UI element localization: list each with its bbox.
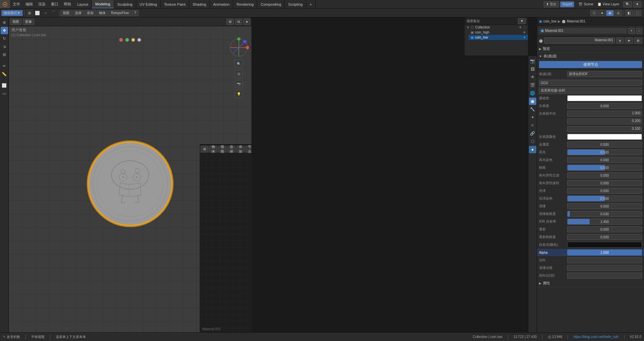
props-constraints-icon[interactable]: 🔗 — [529, 130, 536, 137]
outliner-coin-high[interactable]: ▣ coin_high 👁 — [469, 30, 528, 35]
import-button[interactable]: Import — [560, 1, 574, 7]
sheen-slider[interactable]: 0.000 — [567, 188, 642, 194]
perspective-btn[interactable]: ⊡ — [235, 70, 243, 78]
tab-animation[interactable]: Animation — [210, 0, 233, 8]
spec-tint-slider[interactable]: 0.000 — [567, 157, 642, 163]
cc-rough-slider[interactable]: 0.030 — [567, 211, 642, 217]
gizmo-btn[interactable]: ⊞ — [226, 19, 234, 25]
cc-normal-dropdown[interactable] — [567, 265, 642, 271]
node-view-menu[interactable]: 视图 — [218, 146, 226, 152]
sheen-tint-slider[interactable]: 0.500 — [567, 195, 642, 202]
node-select-menu[interactable]: 选择 — [227, 146, 235, 152]
props-object-icon[interactable]: ▣ — [529, 98, 536, 105]
export-button[interactable]: ⬆ 导出 — [544, 1, 559, 7]
rotate-btn[interactable]: ↻ — [1, 35, 8, 42]
outliner-collection[interactable]: ▼ ⬡ Collection 👁 ⬚ — [465, 25, 528, 30]
blender-logo[interactable] — [0, 0, 10, 8]
mat-remove-btn[interactable]: - — [636, 28, 642, 34]
alpha-slider[interactable]: 1.000 — [567, 249, 642, 255]
retopo-help[interactable]: ? — [132, 10, 139, 16]
cursor-btn[interactable]: ⊕ — [1, 19, 8, 26]
viewport-shading-solid[interactable]: ● — [599, 10, 605, 16]
sub-radius-2[interactable]: 0.200 — [567, 118, 642, 124]
tab-sculpting[interactable]: Sculpting — [114, 0, 136, 8]
viewport-view-menu[interactable]: 视图 — [10, 19, 21, 25]
measure-btn[interactable]: 📏 — [1, 70, 8, 78]
camera-view-btn[interactable]: 📷 — [235, 80, 243, 88]
mat-unlink-btn[interactable]: ✕ — [616, 38, 624, 44]
scale-btn[interactable]: ⇲ — [1, 43, 8, 50]
zoom-in-btn[interactable]: 🔍 — [235, 60, 243, 68]
menu-file[interactable]: 文件 — [10, 0, 23, 8]
object-menu[interactable]: 物体 — [97, 10, 108, 16]
move-btn[interactable]: ✥ — [1, 27, 8, 34]
tangent-dropdown[interactable] — [567, 273, 642, 279]
mat-new-btn[interactable]: + — [628, 28, 635, 34]
menu-render[interactable]: 渲染 — [36, 0, 48, 8]
add-menu[interactable]: 添加 — [85, 10, 96, 16]
subsurface-color-swatch[interactable] — [567, 134, 642, 140]
overlay-btn[interactable]: ◧ — [625, 10, 633, 16]
select-box-tool[interactable]: ⬜ — [34, 9, 41, 17]
tab-add[interactable]: + — [306, 0, 315, 8]
tab-texture-paint[interactable]: Texture Paint — [161, 0, 189, 8]
filter-props-btn[interactable]: ▼ — [633, 1, 641, 7]
subsurface-method-dropdown[interactable]: 克里斯坦森-伯利 — [539, 88, 642, 94]
mat-slot-display[interactable]: Material.001 — [539, 28, 627, 34]
annotate-btn[interactable]: ✏ — [1, 62, 8, 70]
add-cube-btn[interactable]: ⬜ — [1, 82, 8, 89]
light-btn[interactable]: 💡 — [235, 90, 243, 98]
shading-mode-btn[interactable]: ● — [244, 19, 250, 25]
search-props-btn[interactable]: 🔍 — [623, 1, 632, 7]
metallic-slider[interactable]: 0.000 — [567, 141, 642, 148]
node-object-btn[interactable]: 物体 — [209, 146, 217, 152]
outliner-filter-btn[interactable]: ▼ — [518, 18, 526, 24]
select-circle-tool[interactable]: ○ — [42, 9, 49, 17]
outliner-coin-low[interactable]: ▣ coin_low 👁 — [469, 35, 528, 40]
props-modifier-icon[interactable]: 🔧 — [529, 106, 536, 113]
node-add-menu[interactable]: 添加 — [236, 146, 245, 152]
roughness-slider[interactable]: 0.500 — [567, 165, 642, 171]
props-output-icon[interactable]: 🖼 — [529, 65, 536, 73]
aniso-rot-slider[interactable]: 0.000 — [567, 180, 642, 186]
props-material-icon[interactable]: ● — [529, 146, 536, 153]
mat-browse-btn[interactable]: ▼ — [625, 38, 633, 44]
transmission-slider[interactable]: 0.000 — [567, 226, 642, 232]
tab-shading[interactable]: Shading — [189, 0, 210, 8]
menu-edit[interactable]: 编辑 — [23, 0, 36, 8]
viewport-image-menu[interactable]: 图像 — [23, 19, 34, 25]
viewport-shading-wire[interactable]: ⬡ — [590, 10, 598, 16]
mat-settings-btn[interactable]: ⚙ — [634, 38, 642, 44]
viewport-shading-material[interactable]: ◉ — [606, 10, 614, 16]
use-nodes-btn-props[interactable]: 使用节点 — [539, 61, 642, 68]
subsurface-slider[interactable]: 0.000 — [567, 103, 642, 109]
xray-btn[interactable]: ⬚ — [634, 10, 641, 16]
props-data-icon[interactable]: ⬡ — [529, 138, 536, 145]
mat-name-input[interactable]: Material.001 — [544, 38, 615, 44]
retopo-menu[interactable]: RetopoFlow — [109, 10, 131, 16]
node-node-menu[interactable]: 节点 — [246, 146, 252, 152]
tab-scripting[interactable]: Scripting — [285, 0, 306, 8]
specular-slider[interactable]: 0.500 — [567, 149, 642, 155]
menu-window[interactable]: 窗口 — [48, 0, 61, 8]
tab-compositing[interactable]: Compositing — [257, 0, 285, 8]
clearcoat-slider[interactable]: 0.000 — [567, 203, 642, 209]
surface-dropdown[interactable]: 原理化BSDF — [567, 71, 642, 77]
props-scene-icon[interactable]: 🎬 — [529, 81, 536, 89]
ior-slider[interactable]: 1.450 — [567, 219, 642, 225]
viewport-shading-render[interactable]: ◎ — [614, 10, 622, 16]
mode-select[interactable]: 物体模式 ▼ — [1, 10, 23, 16]
menu-help[interactable]: 帮助 — [61, 0, 74, 8]
props-render-icon[interactable]: 📷 — [529, 57, 536, 65]
select-menu[interactable]: 选择 — [72, 10, 84, 16]
props-world-icon[interactable]: 🌐 — [529, 90, 536, 97]
normal-dropdown[interactable] — [567, 257, 642, 263]
tab-rendering[interactable]: Rendering — [233, 0, 257, 8]
view-menu[interactable]: 视图 — [60, 10, 72, 16]
tab-modeling[interactable]: Modeling — [92, 0, 114, 8]
nav-gizmo[interactable] — [229, 38, 249, 58]
preview-toggle[interactable]: ▶ 预览 — [539, 46, 642, 51]
tab-uv-editing[interactable]: UV Editing — [136, 0, 161, 8]
sub-radius-3[interactable]: 0.100 — [567, 126, 642, 132]
props-physics-icon[interactable]: ⚛ — [529, 122, 536, 129]
